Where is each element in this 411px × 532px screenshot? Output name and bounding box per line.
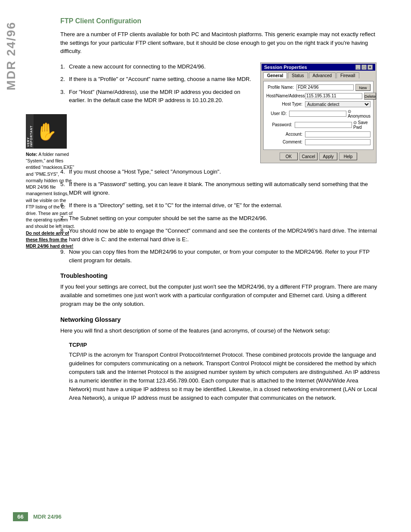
password-input[interactable] xyxy=(295,122,352,128)
step-num: 3. xyxy=(60,88,65,96)
maximize-icon: □ xyxy=(361,65,367,70)
ftp-footer: OK Cancel Apply Help xyxy=(263,152,374,160)
list-item: 3. For "Host" (Name/Address), use the MD… xyxy=(60,88,252,105)
list-item-7: 7. The Subnet setting on your computer s… xyxy=(60,214,381,223)
ftp-dialog-title: Session Properties xyxy=(264,65,307,70)
list-item-6: 6. If there is a "Directory" setting, se… xyxy=(60,201,381,210)
note-label: Note: xyxy=(26,152,37,157)
tcpip-heading: TCP/IP xyxy=(69,342,381,348)
very-important-image: VERY IMPORTANT ✋ xyxy=(26,114,67,149)
ftp-title-controls: _ □ × xyxy=(355,65,373,70)
step-num-5: 5. xyxy=(60,180,65,189)
list-item-8: 8. You should now be able to engage the … xyxy=(60,227,381,243)
tab-advanced[interactable]: Advanced xyxy=(309,72,336,78)
step-num: 2. xyxy=(60,75,65,84)
anonymous-radio-label: ⊙ Anonymous xyxy=(348,109,371,118)
ok-button[interactable]: OK xyxy=(280,152,298,160)
tcpip-text: TCP/IP is the acronym for Transport Cont… xyxy=(69,351,381,403)
new-button[interactable]: New xyxy=(355,84,371,91)
ftp-row-comment: Comment: xyxy=(266,139,371,145)
userid-label: User ID: xyxy=(266,111,289,116)
very-important-label: VERY IMPORTANT xyxy=(26,114,34,149)
host-label: Host/Name/Address: xyxy=(266,93,305,98)
password-label: Password: xyxy=(266,122,295,127)
step-num-8: 8. xyxy=(60,227,65,235)
numbered-list: 1. Create a new account for connecting t… xyxy=(60,62,252,105)
tab-firewall[interactable]: Firewall xyxy=(336,72,359,78)
page-container: MDR 24/96 VERY IMPORTANT ✋ Note: A folde… xyxy=(0,0,411,532)
list-item: 2. If there is a "Profile" or "Account" … xyxy=(60,75,252,84)
delete-button[interactable]: Delete xyxy=(364,93,376,100)
hand-icon: ✋ xyxy=(36,121,57,142)
footer-product: MDR 24/96 xyxy=(33,513,62,520)
host-input[interactable] xyxy=(305,93,362,99)
steps-column: 1. Create a new account for connecting t… xyxy=(60,62,252,109)
cancel-button[interactable]: Cancel xyxy=(299,152,318,160)
tab-status[interactable]: Status xyxy=(288,72,308,78)
step-num-4: 4. xyxy=(60,168,65,176)
userid-input[interactable] xyxy=(289,111,346,117)
step-num-7: 7. xyxy=(60,214,65,223)
ftp-body: Profile Name: New Host/Name/Address: Del… xyxy=(263,81,374,150)
step-num-6: 6. xyxy=(60,201,65,210)
sidebar-label: MDR 24/96 xyxy=(4,22,18,90)
ftp-row-userid: User ID: ⊙ Anonymous xyxy=(266,109,371,118)
two-col-section: 1. Create a new account for connecting t… xyxy=(60,62,381,163)
hosttype-select[interactable]: Automatic detect xyxy=(305,101,371,107)
tab-general[interactable]: General xyxy=(263,72,287,78)
list-item: 1. Create a new account for connecting t… xyxy=(60,62,252,71)
intro-text: There are a number of FTP clients availa… xyxy=(60,30,381,56)
profile-input[interactable] xyxy=(296,84,354,90)
remaining-steps-list: 4. If you must choose a "Host Type," sel… xyxy=(60,168,381,265)
ftp-title-bar: Session Properties _ □ × xyxy=(262,64,375,71)
troubleshooting-text: If you feel your settings are correct, b… xyxy=(60,283,381,308)
networking-intro: Here you will find a short description o… xyxy=(60,327,381,335)
comment-input[interactable] xyxy=(305,139,371,145)
list-item-4: 4. If you must choose a "Host Type," sel… xyxy=(60,168,381,176)
account-label: Account: xyxy=(266,132,305,137)
step-num-9: 9. xyxy=(60,248,65,256)
main-content: FTP Client Configuration There are a num… xyxy=(60,17,381,402)
ftp-row-account: Account: xyxy=(266,131,371,137)
hosttype-label: Host Type: xyxy=(266,102,305,106)
page-footer: 66 MDR 24/96 xyxy=(0,512,411,521)
close-icon: × xyxy=(367,65,373,70)
ftp-row-profile: Profile Name: New xyxy=(266,84,371,91)
ftp-row-host: Host/Name/Address: Delete xyxy=(266,93,371,100)
list-item-9: 9. Now you can copy files from the MDR24… xyxy=(60,248,381,264)
apply-button[interactable]: Apply xyxy=(319,152,337,160)
profile-label: Profile Name: xyxy=(266,85,296,90)
hosttype-select-wrapper: Automatic detect xyxy=(305,101,371,107)
ftp-tabs: General Status Advanced Firewall xyxy=(263,72,375,78)
comment-label: Comment: xyxy=(266,140,305,144)
ftp-screenshot-col: Session Properties _ □ × General Status … xyxy=(260,62,381,163)
minimize-icon: _ xyxy=(355,65,361,70)
savepwd-radio-label: ⊙ Save Pwd xyxy=(353,120,371,130)
help-button[interactable]: Help xyxy=(339,152,357,160)
ftp-row-hosttype: Host Type: Automatic detect xyxy=(266,101,371,107)
list-item-5: 5. If there is a "Password" setting, you… xyxy=(60,180,381,197)
ftp-dialog-screenshot: Session Properties _ □ × General Status … xyxy=(260,62,377,163)
page-title: FTP Client Configuration xyxy=(60,17,381,25)
step-num: 1. xyxy=(60,62,65,71)
ftp-row-password: Password: ⊙ Save Pwd xyxy=(266,120,371,130)
networking-heading: Networking Glossary xyxy=(60,316,381,323)
troubleshooting-heading: Troubleshooting xyxy=(60,272,381,279)
account-input[interactable] xyxy=(305,131,371,137)
page-number: 66 xyxy=(13,512,28,521)
